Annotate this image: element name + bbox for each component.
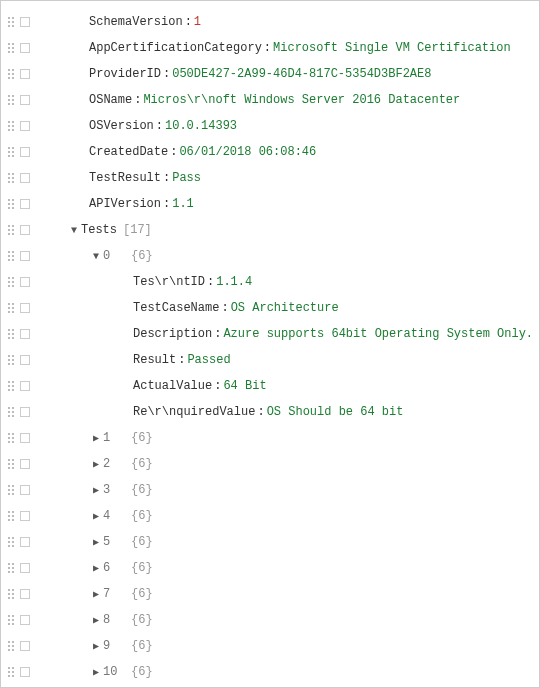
drag-handle-icon[interactable] (7, 380, 16, 392)
row-gutter[interactable] (7, 536, 45, 548)
drag-handle-icon[interactable] (7, 120, 16, 132)
expand-toggle-icon[interactable]: ▶ (89, 614, 103, 626)
row-gutter[interactable] (7, 250, 45, 262)
drag-handle-icon[interactable] (7, 198, 16, 210)
row-gutter[interactable] (7, 68, 45, 80)
row-gutter[interactable] (7, 16, 45, 28)
drag-handle-icon[interactable] (7, 640, 16, 652)
expand-toggle-icon[interactable]: ▶ (89, 666, 103, 678)
expand-toggle-icon[interactable]: ▶ (89, 588, 103, 600)
drag-handle-icon[interactable] (7, 432, 16, 444)
selection-box[interactable] (20, 303, 30, 313)
expand-toggle-icon[interactable]: ▼ (89, 251, 103, 262)
row-gutter[interactable] (7, 406, 45, 418)
drag-handle-icon[interactable] (7, 302, 16, 314)
selection-box[interactable] (20, 199, 30, 209)
expand-toggle-icon[interactable]: ▶ (89, 536, 103, 548)
drag-handle-icon[interactable] (7, 510, 16, 522)
row-gutter[interactable] (7, 666, 45, 678)
expand-toggle-icon[interactable]: ▼ (67, 225, 81, 236)
drag-handle-icon[interactable] (7, 614, 16, 626)
row-gutter[interactable] (7, 276, 45, 288)
selection-box[interactable] (20, 277, 30, 287)
selection-box[interactable] (20, 589, 30, 599)
row-gutter[interactable] (7, 42, 45, 54)
row-test-item-7: ▶ 7 {6} (7, 581, 533, 607)
drag-handle-icon[interactable] (7, 42, 16, 54)
drag-handle-icon[interactable] (7, 562, 16, 574)
object-meta: {6} (131, 639, 153, 653)
selection-box[interactable] (20, 407, 30, 417)
selection-box[interactable] (20, 537, 30, 547)
array-index: 3 (103, 483, 125, 497)
row-gutter[interactable] (7, 562, 45, 574)
drag-handle-icon[interactable] (7, 588, 16, 600)
selection-box[interactable] (20, 511, 30, 521)
row-gutter[interactable] (7, 302, 45, 314)
expand-toggle-icon[interactable]: ▶ (89, 510, 103, 522)
expand-toggle-icon[interactable]: ▶ (89, 640, 103, 652)
drag-handle-icon[interactable] (7, 172, 16, 184)
row-gutter[interactable] (7, 458, 45, 470)
drag-handle-icon[interactable] (7, 666, 16, 678)
selection-box[interactable] (20, 563, 30, 573)
drag-handle-icon[interactable] (7, 328, 16, 340)
selection-box[interactable] (20, 147, 30, 157)
row-test0-requiredvalue: Re\r\nquiredValue : OS Should be 64 bit (7, 399, 533, 425)
drag-handle-icon[interactable] (7, 224, 16, 236)
selection-box[interactable] (20, 251, 30, 261)
property-value: 64 Bit (223, 379, 266, 393)
row-gutter[interactable] (7, 94, 45, 106)
object-meta: {6} (131, 535, 153, 549)
row-gutter[interactable] (7, 198, 45, 210)
selection-box[interactable] (20, 459, 30, 469)
drag-handle-icon[interactable] (7, 68, 16, 80)
drag-handle-icon[interactable] (7, 484, 16, 496)
selection-box[interactable] (20, 173, 30, 183)
drag-handle-icon[interactable] (7, 354, 16, 366)
row-gutter[interactable] (7, 380, 45, 392)
array-index: 9 (103, 639, 125, 653)
row-gutter[interactable] (7, 120, 45, 132)
drag-handle-icon[interactable] (7, 146, 16, 158)
row-gutter[interactable] (7, 588, 45, 600)
selection-box[interactable] (20, 433, 30, 443)
row-gutter[interactable] (7, 354, 45, 366)
property-key: ActualValue (133, 379, 212, 393)
property-value: OS Should be 64 bit (267, 405, 404, 419)
selection-box[interactable] (20, 121, 30, 131)
row-gutter[interactable] (7, 614, 45, 626)
selection-box[interactable] (20, 43, 30, 53)
row-gutter[interactable] (7, 484, 45, 496)
row-gutter[interactable] (7, 640, 45, 652)
selection-box[interactable] (20, 225, 30, 235)
drag-handle-icon[interactable] (7, 16, 16, 28)
property-key: OSVersion (89, 119, 154, 133)
row-gutter[interactable] (7, 510, 45, 522)
selection-box[interactable] (20, 641, 30, 651)
selection-box[interactable] (20, 485, 30, 495)
selection-box[interactable] (20, 69, 30, 79)
row-gutter[interactable] (7, 172, 45, 184)
selection-box[interactable] (20, 17, 30, 27)
selection-box[interactable] (20, 667, 30, 677)
drag-handle-icon[interactable] (7, 536, 16, 548)
expand-toggle-icon[interactable]: ▶ (89, 484, 103, 496)
expand-toggle-icon[interactable]: ▶ (89, 458, 103, 470)
row-gutter[interactable] (7, 328, 45, 340)
selection-box[interactable] (20, 95, 30, 105)
expand-toggle-icon[interactable]: ▶ (89, 432, 103, 444)
row-gutter[interactable] (7, 146, 45, 158)
selection-box[interactable] (20, 329, 30, 339)
row-gutter[interactable] (7, 432, 45, 444)
drag-handle-icon[interactable] (7, 406, 16, 418)
drag-handle-icon[interactable] (7, 276, 16, 288)
row-gutter[interactable] (7, 224, 45, 236)
drag-handle-icon[interactable] (7, 458, 16, 470)
drag-handle-icon[interactable] (7, 94, 16, 106)
selection-box[interactable] (20, 615, 30, 625)
selection-box[interactable] (20, 355, 30, 365)
selection-box[interactable] (20, 381, 30, 391)
expand-toggle-icon[interactable]: ▶ (89, 562, 103, 574)
drag-handle-icon[interactable] (7, 250, 16, 262)
